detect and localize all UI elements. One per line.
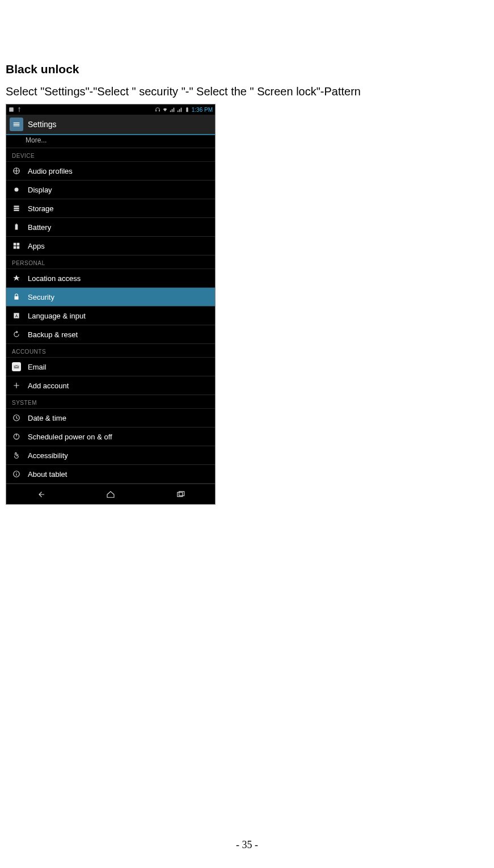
signal-icon-2 (177, 107, 183, 112)
row-about-tablet[interactable]: About tablet (6, 465, 215, 484)
section-system-header: SYSTEM (6, 395, 215, 409)
audio-icon (12, 166, 21, 175)
svg-rect-15 (17, 246, 20, 249)
battery-icon (12, 223, 21, 232)
screenshot-settings: 1:36 PM Settings More... DEVICE Audio pr… (6, 104, 216, 505)
row-label: Scheduled power on & off (28, 433, 112, 441)
row-label: Accessibility (28, 451, 68, 460)
row-label: Date & time (28, 414, 66, 422)
section-device-header: DEVICE (6, 148, 215, 162)
battery-icon (184, 107, 190, 112)
svg-rect-4 (187, 107, 188, 108)
row-battery[interactable]: Battery (6, 218, 215, 237)
more-row[interactable]: More... (6, 135, 215, 148)
row-storage[interactable]: Storage (6, 199, 215, 218)
row-label: Storage (28, 204, 54, 213)
row-label: Security (28, 293, 54, 301)
row-label: Backup & reset (28, 330, 78, 339)
svg-rect-16 (15, 296, 19, 300)
svg-rect-1 (155, 110, 157, 111)
app-bar: Settings (6, 115, 215, 135)
row-label: About tablet (28, 470, 67, 479)
row-language-input[interactable]: A Language & input (6, 307, 215, 325)
nav-back-button[interactable] (21, 489, 61, 500)
svg-rect-7 (14, 206, 19, 207)
app-bar-title: Settings (28, 120, 57, 129)
row-display[interactable]: Display (6, 181, 215, 199)
display-icon (12, 185, 21, 194)
settings-icon (10, 118, 23, 131)
hand-icon (12, 451, 21, 460)
row-security[interactable]: Security (6, 288, 215, 307)
plus-icon (12, 381, 21, 390)
apps-icon (12, 241, 21, 250)
image-status-icon (9, 107, 14, 112)
power-icon (12, 432, 21, 441)
row-label: Location access (28, 274, 81, 283)
usb-status-icon (16, 107, 22, 112)
status-time: 1:36 PM (192, 107, 213, 113)
row-label: Apps (28, 242, 45, 250)
page-number: - 35 - (0, 839, 494, 851)
section-accounts-header: ACCOUNTS (6, 344, 215, 358)
lock-icon (12, 292, 21, 301)
nav-recent-button[interactable] (161, 489, 200, 500)
row-backup-reset[interactable]: Backup & reset (6, 325, 215, 344)
svg-rect-0 (9, 107, 14, 112)
svg-rect-12 (14, 243, 16, 246)
backup-icon (12, 330, 21, 339)
svg-rect-8 (14, 208, 19, 209)
row-label: Battery (28, 223, 51, 232)
row-add-account[interactable]: Add account (6, 376, 215, 395)
row-accessibility[interactable]: Accessibility (6, 446, 215, 465)
signal-icon (170, 107, 175, 112)
svg-point-23 (16, 472, 16, 473)
row-location-access[interactable]: Location access (6, 269, 215, 288)
svg-rect-9 (14, 209, 19, 211)
location-icon (12, 274, 21, 283)
row-email[interactable]: Email (6, 358, 215, 376)
email-icon (12, 362, 21, 371)
status-bar: 1:36 PM (6, 104, 215, 115)
svg-rect-2 (159, 110, 160, 111)
wifi-icon (162, 107, 168, 112)
info-icon (12, 469, 21, 479)
svg-rect-24 (16, 473, 16, 476)
row-scheduled-power[interactable]: Scheduled power on & off (6, 427, 215, 446)
svg-rect-11 (16, 224, 17, 224)
svg-text:A: A (15, 314, 18, 318)
svg-rect-3 (186, 108, 188, 112)
nav-home-button[interactable] (91, 489, 130, 500)
row-apps[interactable]: Apps (6, 237, 215, 255)
svg-rect-13 (17, 243, 20, 246)
row-label: Audio profiles (28, 167, 73, 175)
svg-point-6 (15, 188, 19, 192)
row-label: Language & input (28, 312, 86, 320)
headset-icon (155, 107, 161, 112)
row-label: Display (28, 186, 52, 194)
clock-icon (12, 413, 21, 422)
section-personal-header: PERSONAL (6, 255, 215, 269)
language-icon: A (12, 311, 21, 320)
doc-instruction: Select "Settings"-"Select " security "-"… (6, 85, 488, 98)
doc-heading: Black unlock (6, 62, 488, 76)
row-label: Email (28, 363, 47, 371)
nav-bar (6, 484, 215, 504)
svg-rect-14 (14, 246, 16, 249)
row-date-time[interactable]: Date & time (6, 409, 215, 427)
svg-rect-10 (15, 224, 18, 229)
row-audio-profiles[interactable]: Audio profiles (6, 162, 215, 181)
storage-icon (12, 204, 21, 213)
row-label: Add account (28, 381, 69, 390)
